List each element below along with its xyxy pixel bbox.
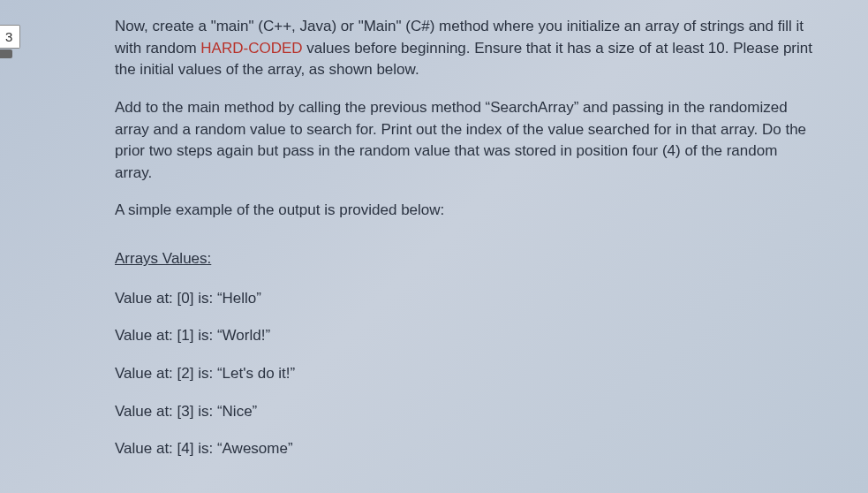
output-line-2: Value at: [2] is: “Let's do it!”: [115, 363, 815, 385]
output-line-3: Value at: [3] is: “Nice”: [115, 401, 815, 423]
page-number-badge: 3: [0, 25, 20, 49]
page-number: 3: [5, 29, 12, 44]
output-line-0: Value at: [0] is: “Hello”: [115, 288, 815, 310]
output-section-title: Arrays Values:: [115, 248, 815, 270]
hard-coded-text: HARD-CODED: [200, 40, 302, 57]
output-line-1: Value at: [1] is: “World!”: [115, 325, 815, 347]
paragraph-2: Add to the main method by calling the pr…: [115, 97, 815, 185]
document-content: Now, create a "main" (C++, Java) or "Mai…: [0, 0, 868, 460]
page-indicator: [0, 49, 12, 58]
paragraph-1: Now, create a "main" (C++, Java) or "Mai…: [115, 16, 815, 81]
paragraph-3: A simple example of the output is provid…: [115, 200, 815, 222]
output-line-4: Value at: [4] is: “Awesome”: [115, 438, 815, 460]
